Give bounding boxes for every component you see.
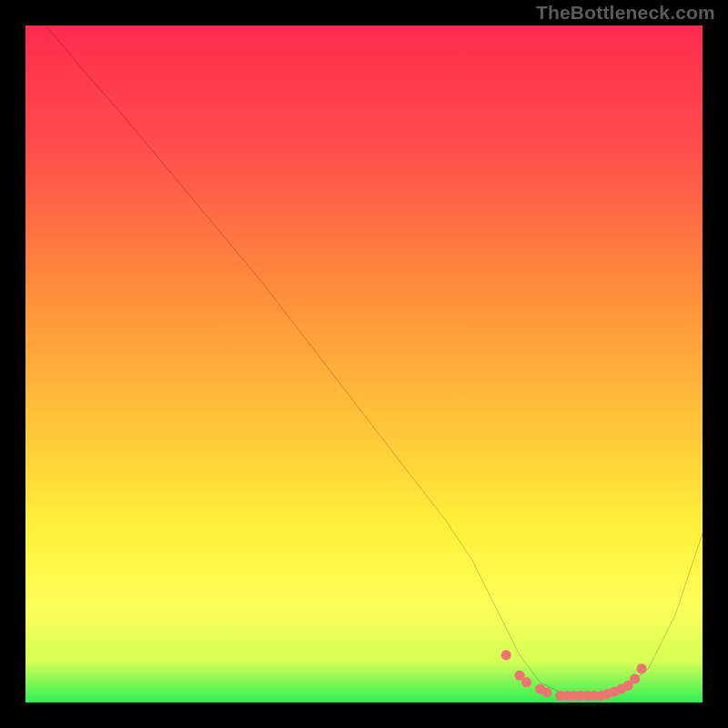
gradient-background [25, 25, 703, 703]
chart-container: TheBottleneck.com [0, 0, 728, 728]
marker-dot [521, 677, 531, 687]
marker-dot [630, 673, 640, 683]
marker-dot [636, 663, 646, 673]
marker-dot [541, 687, 551, 697]
bottleneck-chart [25, 25, 703, 703]
marker-dot [501, 650, 511, 660]
watermark-text: TheBottleneck.com [536, 2, 715, 24]
